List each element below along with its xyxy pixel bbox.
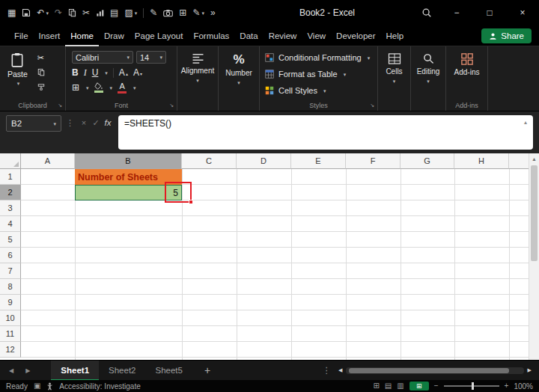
sheet-tab-sheet5[interactable]: Sheet5 xyxy=(145,361,192,381)
draw-pen-icon[interactable]: ✎ xyxy=(150,8,157,17)
paste-button[interactable]: Paste ▾ xyxy=(3,51,32,99)
minimize-button[interactable]: − xyxy=(440,0,473,25)
menu-review[interactable]: Review xyxy=(264,25,302,46)
scroll-up-icon[interactable]: ▲ xyxy=(529,153,539,164)
formula-input[interactable]: =SHEETS() ▴ xyxy=(118,115,533,150)
decrease-font-button[interactable]: A▾ xyxy=(133,68,142,77)
column-header-B[interactable]: B xyxy=(75,153,182,169)
select-all-corner[interactable] xyxy=(0,153,21,169)
underline-button[interactable]: U xyxy=(92,68,99,77)
editing-group-button[interactable]: Editing ▾ xyxy=(411,46,446,111)
row-header-1[interactable]: 1 xyxy=(0,169,21,185)
collapse-formula-bar-icon[interactable]: ▴ xyxy=(524,119,527,126)
name-box[interactable]: B2 ▾ xyxy=(6,115,61,132)
zoom-out-button[interactable]: − xyxy=(434,382,439,390)
menu-formulas[interactable]: Formulas xyxy=(188,25,234,46)
borders-button[interactable]: ⊞ xyxy=(72,83,79,92)
zoom-slider[interactable] xyxy=(444,385,499,387)
clipboard-dialog-launcher-icon[interactable]: ↘ xyxy=(58,102,62,108)
menu-data[interactable]: Data xyxy=(234,25,263,46)
toolbar-overflow-icon[interactable]: » xyxy=(210,8,216,17)
column-header-E[interactable]: E xyxy=(291,153,346,169)
column-header-C[interactable]: C xyxy=(182,153,237,169)
row-header-11[interactable]: 11 xyxy=(0,326,21,342)
row-header-3[interactable]: 3 xyxy=(0,200,21,216)
row-header-12[interactable]: 12 xyxy=(0,342,21,358)
addins-group[interactable]: Add-ins Add-ins xyxy=(446,46,488,111)
sheet-tab-sheet2[interactable]: Sheet2 xyxy=(99,361,145,381)
font-color-chevron-icon[interactable]: ▾ xyxy=(133,85,136,91)
number-group-button[interactable]: % Number ▾ xyxy=(219,46,260,111)
column-header-H[interactable]: H xyxy=(454,153,509,169)
horizontal-scrollbar-thumb[interactable] xyxy=(349,368,508,373)
fill-color-chevron-icon[interactable]: ▾ xyxy=(110,85,113,91)
styles-dialog-launcher-icon[interactable]: ↘ xyxy=(370,102,374,108)
copy-icon[interactable] xyxy=(68,8,76,17)
copy-button[interactable] xyxy=(37,68,45,78)
status-green-badge[interactable]: ⊞ xyxy=(409,382,429,391)
tabbar-options-icon[interactable]: ⋮ xyxy=(323,365,332,376)
conditional-formatting-button[interactable]: Conditional Formatting ▾ xyxy=(265,51,374,64)
ink-pen-button[interactable]: ✎▾ xyxy=(192,8,204,17)
macro-record-icon[interactable]: ▣ xyxy=(34,382,40,390)
column-header-A[interactable]: A xyxy=(21,153,75,169)
fill-color-button[interactable] xyxy=(94,82,103,93)
fill-shading-button[interactable]: ▨▾ xyxy=(124,8,137,17)
column-header-D[interactable]: D xyxy=(237,153,291,169)
alignment-group-button[interactable]: Alignment ▾ xyxy=(177,46,219,111)
format-painter-button[interactable] xyxy=(37,83,45,93)
insert-function-button[interactable]: fx xyxy=(102,118,114,127)
accessibility-status[interactable]: Accessibility: Investigate xyxy=(59,382,140,391)
app-grid-icon[interactable]: ▦ xyxy=(7,8,16,17)
row-header-2[interactable]: 2 xyxy=(0,185,21,200)
zoom-slider-thumb[interactable] xyxy=(472,382,474,390)
new-sheet-button[interactable]: + xyxy=(204,361,210,380)
row-header-9[interactable]: 9 xyxy=(0,295,21,310)
notebook-icon[interactable]: ▤ xyxy=(110,8,118,17)
menu-help[interactable]: Help xyxy=(381,25,409,46)
zoom-in-button[interactable]: + xyxy=(505,382,509,390)
menu-draw[interactable]: Draw xyxy=(99,25,130,46)
sheet-tab-sheet1[interactable]: Sheet1 xyxy=(51,361,99,381)
column-header-F[interactable]: F xyxy=(346,153,401,169)
row-header-4[interactable]: 4 xyxy=(0,216,21,232)
search-icon[interactable] xyxy=(413,0,440,25)
row-header-7[interactable]: 7 xyxy=(0,263,21,279)
menu-view[interactable]: View xyxy=(302,25,331,46)
increase-font-button[interactable]: A▴ xyxy=(119,68,128,77)
vertical-scrollbar[interactable]: ▲ xyxy=(529,153,539,360)
formula-bar-grip-icon[interactable]: ⋮ xyxy=(66,118,74,128)
horizontal-scrollbar[interactable]: ◀ ▶ xyxy=(338,367,532,374)
row-header-8[interactable]: 8 xyxy=(0,279,21,295)
menu-insert[interactable]: Insert xyxy=(34,25,66,46)
vertical-scrollbar-thumb[interactable] xyxy=(531,165,538,261)
close-button[interactable]: × xyxy=(506,0,539,25)
row-header-6[interactable]: 6 xyxy=(0,248,21,263)
cell-styles-button[interactable]: Cell Styles ▾ xyxy=(265,84,374,97)
scroll-left-icon[interactable]: ◀ xyxy=(338,367,342,373)
normal-view-button[interactable]: ⊞ xyxy=(373,382,379,390)
menu-file[interactable]: File xyxy=(9,25,34,46)
page-break-view-button[interactable]: ▥ xyxy=(397,382,404,390)
cut-button[interactable]: ✂ xyxy=(37,53,45,63)
save-icon[interactable] xyxy=(22,8,31,17)
font-family-select[interactable]: Calibri ▾ xyxy=(72,51,133,64)
font-dialog-launcher-icon[interactable]: ↘ xyxy=(169,102,174,108)
zoom-level[interactable]: 100% xyxy=(514,382,533,391)
menu-developer[interactable]: Developer xyxy=(331,25,380,46)
undo-button[interactable]: ↶▾ xyxy=(37,8,49,17)
row-header-10[interactable]: 10 xyxy=(0,310,21,326)
bold-button[interactable]: B xyxy=(72,68,79,77)
previous-sheet-icon[interactable]: ◀ xyxy=(9,367,13,374)
format-as-table-button[interactable]: Format as Table ▾ xyxy=(265,67,374,81)
grid-canvas[interactable]: Number of Sheets 5 xyxy=(21,169,529,360)
cells-group-button[interactable]: Cells ▾ xyxy=(378,46,411,111)
font-color-button[interactable]: A xyxy=(118,82,127,94)
enter-button[interactable]: ✓ xyxy=(90,118,102,128)
column-header-G[interactable]: G xyxy=(401,153,454,169)
table-icon[interactable]: ⊞ xyxy=(179,8,186,17)
maximize-button[interactable]: □ xyxy=(473,0,506,25)
font-size-select[interactable]: 14 ▾ xyxy=(136,51,166,64)
cancel-button[interactable]: × xyxy=(78,118,90,127)
redo-icon[interactable]: ↷ xyxy=(55,8,62,17)
